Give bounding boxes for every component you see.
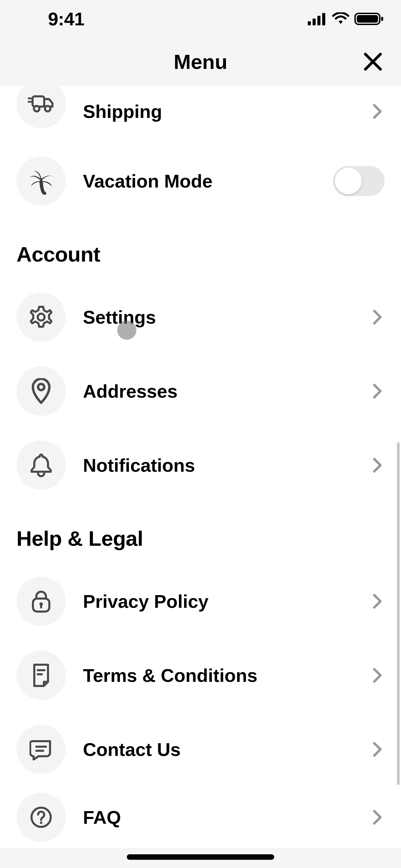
lock-icon <box>30 589 52 614</box>
icon-container <box>16 651 66 700</box>
menu-content: Shipping Vacation Mode Account <box>0 86 401 848</box>
svg-rect-6 <box>381 17 383 21</box>
chevron-right-icon <box>371 104 385 119</box>
svg-rect-5 <box>357 15 378 23</box>
icon-container <box>16 366 66 416</box>
menu-item-label: FAQ <box>83 807 371 828</box>
chevron-right-icon <box>371 742 385 757</box>
menu-item-faq[interactable]: FAQ <box>16 786 385 848</box>
status-indicators <box>308 12 384 26</box>
chevron-right-icon <box>371 810 385 825</box>
icon-container <box>16 793 66 842</box>
menu-item-settings[interactable]: Settings <box>16 280 385 354</box>
chevron-right-icon <box>371 668 385 683</box>
status-time: 9:41 <box>48 8 84 29</box>
svg-point-23 <box>32 808 51 827</box>
chevron-right-icon <box>371 310 385 325</box>
menu-item-privacy-policy[interactable]: Privacy Policy <box>16 564 385 638</box>
menu-item-vacation-mode: Vacation Mode <box>16 144 385 218</box>
svg-rect-3 <box>322 13 325 25</box>
shipping-icon <box>28 94 54 113</box>
icon-container <box>16 292 66 342</box>
toggle-knob <box>335 168 362 194</box>
svg-point-14 <box>38 314 45 321</box>
menu-item-label: Terms & Conditions <box>83 665 371 686</box>
chat-icon <box>29 738 53 760</box>
document-icon <box>32 663 51 687</box>
palm-tree-icon <box>27 167 55 195</box>
svg-point-24 <box>40 822 42 824</box>
chevron-right-icon <box>371 384 385 399</box>
icon-container <box>16 79 66 128</box>
svg-rect-2 <box>317 16 320 25</box>
location-pin-icon <box>31 378 51 404</box>
status-bar: 9:41 <box>0 0 401 38</box>
svg-rect-0 <box>308 21 311 25</box>
svg-point-10 <box>34 106 39 111</box>
chevron-right-icon <box>371 458 385 473</box>
icon-container <box>16 577 66 626</box>
svg-rect-1 <box>313 19 316 25</box>
close-button[interactable] <box>363 51 383 72</box>
svg-rect-9 <box>33 96 44 107</box>
icon-container <box>16 725 66 774</box>
chevron-right-icon <box>371 594 385 609</box>
vacation-mode-toggle[interactable] <box>333 166 385 196</box>
icon-container <box>16 441 66 490</box>
page-header: Menu <box>0 38 401 86</box>
section-header-help: Help & Legal <box>16 502 385 564</box>
bell-icon <box>30 453 52 478</box>
menu-item-label: Shipping <box>83 101 371 122</box>
battery-icon <box>354 12 384 26</box>
menu-item-label: Addresses <box>83 381 371 402</box>
menu-item-label: Vacation Mode <box>83 170 333 192</box>
close-icon <box>363 52 382 71</box>
menu-item-label: Contact Us <box>83 739 371 760</box>
menu-item-notifications[interactable]: Notifications <box>16 428 385 502</box>
menu-item-label: Settings <box>83 306 371 328</box>
section-header-account: Account <box>16 218 385 280</box>
page-title: Menu <box>174 50 228 74</box>
menu-item-contact-us[interactable]: Contact Us <box>16 712 385 786</box>
svg-point-11 <box>45 106 50 111</box>
home-indicator <box>127 854 274 860</box>
menu-item-shipping[interactable]: Shipping <box>16 86 385 144</box>
menu-item-addresses[interactable]: Addresses <box>16 354 385 428</box>
scrollbar[interactable] <box>397 442 400 785</box>
menu-item-terms[interactable]: Terms & Conditions <box>16 638 385 712</box>
svg-point-15 <box>38 384 44 390</box>
menu-item-label: Notifications <box>83 455 371 476</box>
question-circle-icon <box>29 806 53 829</box>
icon-container <box>16 156 66 206</box>
gear-icon <box>29 305 53 329</box>
cellular-icon <box>308 12 327 25</box>
wifi-icon <box>332 12 350 25</box>
menu-item-label: Privacy Policy <box>83 591 371 612</box>
